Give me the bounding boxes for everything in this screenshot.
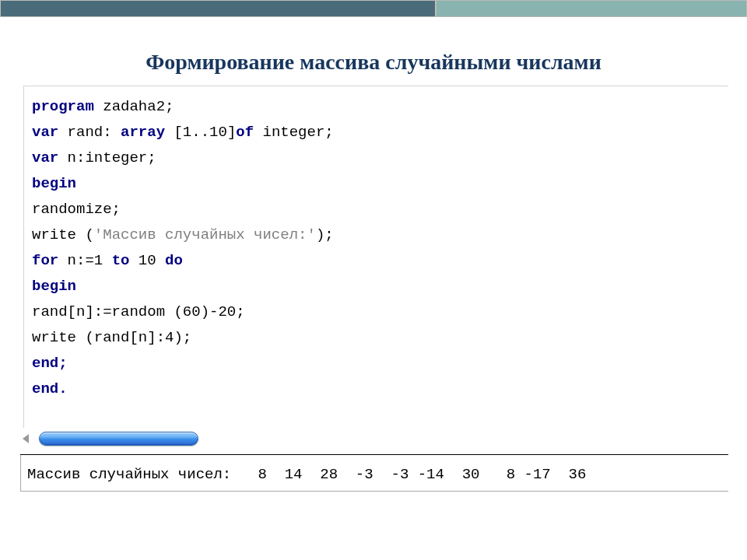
slide-accent-bars: [0, 0, 747, 17]
code-editor-pane[interactable]: program zadaha2; var rand: array [1..10]…: [23, 86, 728, 428]
output-line: Массив случайных чисел: 8 14 28 -3 -3 -1…: [27, 466, 722, 483]
svg-marker-0: [23, 434, 29, 443]
scroll-thumb[interactable]: [39, 432, 198, 446]
slide-title: Формирование массива случайными числами: [0, 50, 747, 75]
source-code: program zadaha2; var rand: array [1..10]…: [32, 94, 728, 402]
horizontal-scrollbar[interactable]: [20, 428, 728, 450]
program-output-pane: Массив случайных чисел: 8 14 28 -3 -3 -1…: [20, 455, 728, 492]
scroll-left-arrow-icon[interactable]: [20, 432, 33, 445]
accent-bar-right: [436, 0, 747, 17]
accent-bar-left: [0, 0, 436, 17]
code-content: program zadaha2; var rand: array [1..10]…: [24, 86, 728, 402]
